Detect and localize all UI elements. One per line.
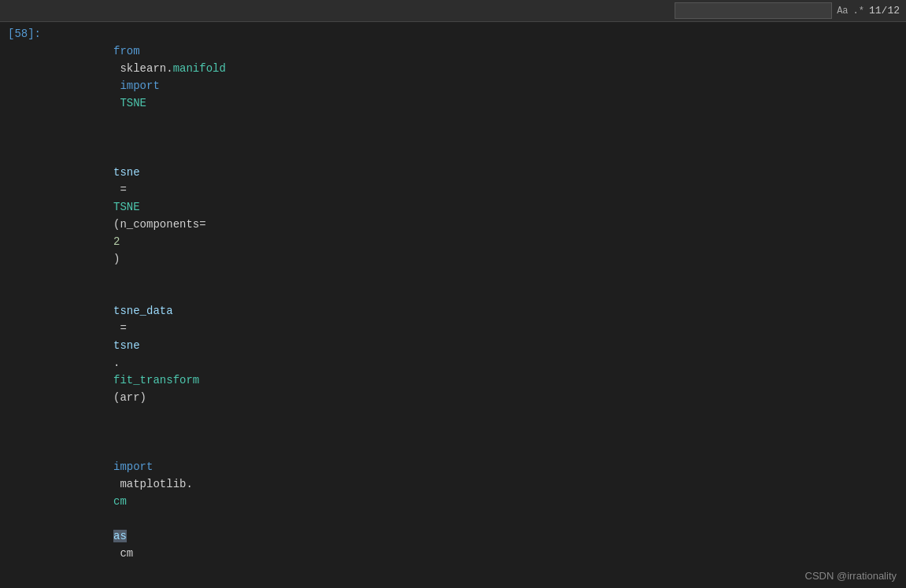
code-area: from sklearn.manifold import TSNE tsne =… [47, 22, 906, 588]
code-section: from sklearn.manifold import TSNE tsne =… [47, 22, 906, 588]
match-icon: Aa [837, 6, 848, 17]
keyword-as: as [113, 530, 127, 542]
top-bar: 2405 Aa .* 11/12 [0, 0, 906, 22]
code-line-4: import matplotlib. cm as cm [47, 441, 906, 579]
code-line-3: tsne_data = tsne . fit_transform (arr) [47, 285, 906, 423]
code-line-blank-2 [47, 423, 906, 441]
regex-icon: .* [853, 6, 864, 17]
kw-from: from [113, 45, 140, 57]
code-line-5: x = np . arange ( 20 ) [47, 579, 906, 588]
top-bar-icons: 2405 Aa .* 11/12 [675, 2, 900, 19]
match-count: 11/12 [869, 5, 900, 17]
cell-label: [58]: [0, 22, 47, 588]
code-line-2: tsne = TSNE (n_components= 2 ) [47, 146, 906, 285]
code-line-blank-1 [47, 129, 906, 146]
notebook-cell: [58]: from sklearn.manifold import TSNE [0, 22, 906, 588]
csdn-watermark: CSDN @irrationality [805, 570, 897, 582]
code-line-1: from sklearn.manifold import TSNE [47, 25, 906, 129]
search-input[interactable]: 2405 [675, 2, 832, 19]
